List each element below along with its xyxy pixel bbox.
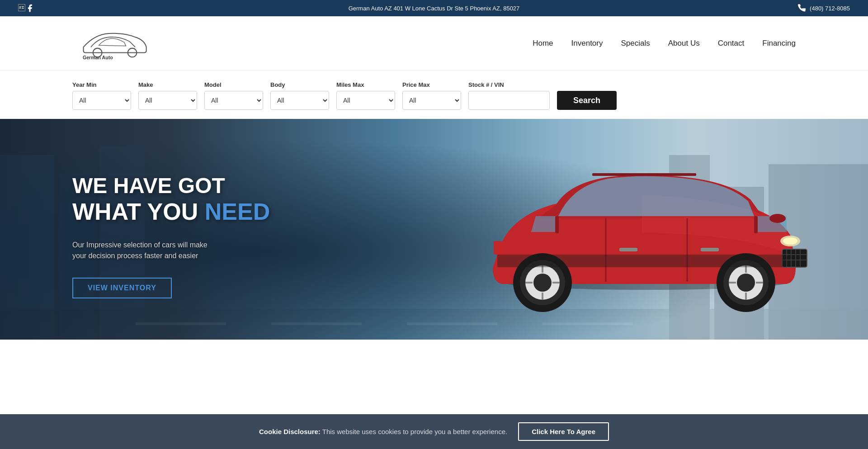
svg-rect-47 [497,255,787,267]
header: German Auto Home Inventory Specials Abou… [0,16,868,71]
make-label: Make [138,81,197,88]
body-select[interactable]: All [270,91,329,110]
svg-point-48 [769,214,786,223]
facebook-icon[interactable] [25,4,34,13]
price-max-label: Price Max [402,81,461,88]
stock-vin-field: Stock # / VIN [468,81,550,110]
nav-about[interactable]: About Us [668,39,700,48]
year-min-field: Year Min All [72,81,131,110]
model-label: Model [204,81,263,88]
miles-max-label: Miles Max [336,81,395,88]
hero-line2-prefix: WHAT YOU [72,199,205,225]
logo-svg: German Auto [72,25,154,61]
make-field: Make All [138,81,197,110]
model-field: Model All [204,81,263,110]
svg-rect-15 [555,216,559,233]
year-min-select[interactable]: All [72,91,131,110]
svg-rect-49 [592,173,696,176]
nav-financing[interactable]: Financing [762,39,796,48]
svg-rect-10 [136,322,226,325]
svg-point-45 [783,237,797,245]
year-min-label: Year Min [72,81,131,88]
miles-max-field: Miles Max All [336,81,395,110]
hero-section: WE HAVE GOT WHAT YOU NEED Our Impressive… [0,119,868,340]
nav-inventory[interactable]: Inventory [571,39,603,48]
svg-point-24 [533,274,552,292]
svg-point-32 [737,274,755,292]
stock-vin-label: Stock # / VIN [468,81,550,88]
price-max-select[interactable]: All [402,91,461,110]
view-inventory-button[interactable]: VIEW INVENTORY [72,278,172,298]
svg-rect-19 [619,248,637,251]
main-nav: Home Inventory Specials About Us Contact… [533,39,796,48]
body-label: Body [270,81,329,88]
nav-home[interactable]: Home [533,39,553,48]
phone-icon [798,4,806,12]
search-section: Year Min All Make All Model All Body All… [0,71,868,119]
facebook-icon[interactable]:  [18,4,25,12]
hero-line2: WHAT YOU NEED [72,198,270,225]
nav-contact[interactable]: Contact [718,39,745,48]
svg-rect-11 [271,322,362,325]
hero-text-block: WE HAVE GOT WHAT YOU NEED Our Impressive… [72,173,270,298]
logo[interactable]: German Auto [72,25,154,61]
hero-car-image [461,128,832,336]
hero-line2-highlight: NEED [205,199,270,225]
body-field: Body All [270,81,329,110]
search-button[interactable]: Search [557,91,617,110]
svg-rect-46 [494,241,502,255]
model-select[interactable]: All [204,91,263,110]
price-max-field: Price Max All [402,81,461,110]
svg-rect-20 [701,248,719,251]
svg-text:German Auto: German Auto [83,55,113,60]
make-select[interactable]: All [138,91,197,110]
vin-input[interactable] [468,91,550,110]
address-text: German Auto AZ 401 W Lone Cactus Dr Ste … [349,5,520,12]
hero-line1: WE HAVE GOT [72,173,270,198]
hero-subtitle: Our Impressive selection of cars will ma… [72,240,217,261]
top-bar:  German Auto AZ 401 W Lone Cactus Dr St… [0,0,868,16]
nav-specials[interactable]: Specials [621,39,650,48]
svg-rect-16 [754,216,758,233]
miles-max-select[interactable]: All [336,91,395,110]
phone-text[interactable]: (480) 712-8085 [810,5,850,12]
